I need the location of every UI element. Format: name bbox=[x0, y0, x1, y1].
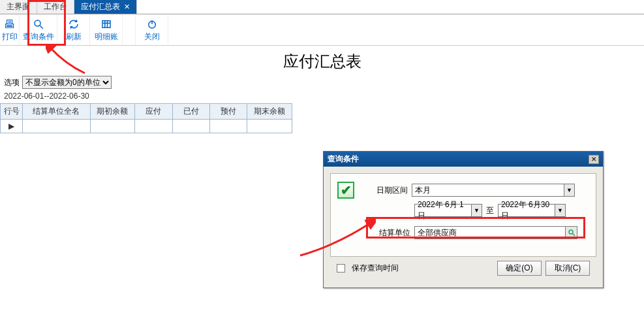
settlement-unit-label: 结算单位 bbox=[374, 227, 410, 239]
save-query-label: 保存查询时间 bbox=[352, 263, 399, 274]
col-unit-name[interactable]: 结算单位全名 bbox=[23, 104, 90, 120]
options-label: 选项 bbox=[4, 77, 20, 88]
detail-label: 明细账 bbox=[95, 31, 118, 42]
table-header-row: 行号 结算单位全名 期初余额 应付 已付 预付 期末余额 bbox=[1, 104, 292, 120]
options-row: 选项 不显示金额为0的单位 bbox=[0, 74, 644, 90]
dialog-title-text: 查询条件 bbox=[328, 154, 359, 165]
svg-line-1 bbox=[40, 25, 43, 29]
date-preset-combo[interactable]: 本月 ▼ bbox=[412, 184, 575, 197]
ledger-icon bbox=[100, 17, 112, 31]
settlement-unit-combo[interactable]: 全部供应商 bbox=[414, 226, 577, 239]
print-label: 打印 bbox=[2, 31, 18, 42]
refresh-label: 刷新 bbox=[66, 31, 82, 42]
printer-icon: 🖶 bbox=[4, 17, 16, 31]
dialog-inner-panel: ✔ 日期区间 本月 ▼ 2022年 6月 1日 ▼ 至 2022年 6月30日 … bbox=[330, 173, 596, 257]
table-row[interactable]: ▶ bbox=[1, 120, 292, 133]
close-button[interactable]: 关闭 bbox=[136, 14, 168, 45]
svg-point-8 bbox=[569, 230, 573, 234]
date-to-picker[interactable]: 2022年 6月30日 ▼ bbox=[498, 204, 566, 217]
col-ending-balance[interactable]: 期末余额 bbox=[247, 104, 292, 120]
save-query-checkbox[interactable] bbox=[337, 264, 345, 272]
dialog-footer: 保存查询时间 确定(O) 取消(C) bbox=[330, 257, 596, 281]
col-paid[interactable]: 已付 bbox=[172, 104, 209, 120]
toolbar: 🖶 打印 查询条件 刷新 明细账 关闭 bbox=[0, 14, 644, 46]
row-marker-icon: ▶ bbox=[1, 120, 23, 133]
date-from-picker[interactable]: 2022年 6月 1日 ▼ bbox=[414, 204, 482, 217]
date-range-text: 2022-06-01--2022-06-30 bbox=[0, 90, 644, 102]
col-prepaid[interactable]: 预付 bbox=[209, 104, 247, 120]
date-from-value: 2022年 6月 1日 bbox=[415, 199, 471, 222]
refresh-button[interactable]: 刷新 bbox=[57, 14, 90, 45]
col-payable[interactable]: 应付 bbox=[135, 104, 172, 120]
tab-payable-summary[interactable]: 应付汇总表 ✕ bbox=[74, 0, 137, 14]
ok-button[interactable]: 确定(O) bbox=[497, 261, 542, 276]
svg-rect-2 bbox=[102, 21, 110, 28]
chevron-down-icon[interactable]: ▼ bbox=[471, 205, 482, 216]
date-range-label: 日期区间 bbox=[371, 185, 408, 196]
summary-table: 行号 结算单位全名 期初余额 应付 已付 预付 期末余额 ▶ bbox=[0, 103, 292, 133]
refresh-icon bbox=[68, 17, 80, 31]
check-icon: ✔ bbox=[337, 182, 354, 199]
svg-point-0 bbox=[35, 20, 40, 26]
lookup-icon[interactable] bbox=[565, 227, 577, 239]
tab-bar: 主界面 工作台 应付汇总表 ✕ bbox=[0, 0, 644, 14]
page-title: 应付汇总表 bbox=[0, 46, 644, 74]
query-label: 查询条件 bbox=[23, 31, 54, 42]
tab-main[interactable]: 主界面 bbox=[0, 0, 37, 14]
dialog-close-button[interactable]: ✕ bbox=[589, 155, 599, 164]
chevron-down-icon[interactable]: ▼ bbox=[564, 184, 574, 196]
dialog-titlebar[interactable]: 查询条件 ✕ bbox=[324, 152, 603, 167]
tab-close-icon[interactable]: ✕ bbox=[124, 3, 130, 11]
tab-workbench[interactable]: 工作台 bbox=[37, 0, 74, 14]
date-preset-value: 本月 bbox=[412, 185, 564, 196]
date-to-value: 2022年 6月30日 bbox=[498, 199, 555, 222]
magnifier-icon bbox=[33, 17, 44, 31]
cancel-button[interactable]: 取消(C) bbox=[545, 261, 590, 276]
query-dialog: 查询条件 ✕ ✔ 日期区间 本月 ▼ 2022年 6月 1日 ▼ 至 2022年… bbox=[323, 151, 604, 288]
detail-ledger-button[interactable]: 明细账 bbox=[90, 14, 123, 45]
col-row-no[interactable]: 行号 bbox=[1, 104, 23, 120]
close-label: 关闭 bbox=[144, 31, 160, 42]
to-label: 至 bbox=[486, 205, 494, 216]
svg-line-9 bbox=[572, 234, 575, 237]
power-icon bbox=[146, 17, 158, 31]
settlement-unit-value: 全部供应商 bbox=[415, 227, 565, 239]
options-select[interactable]: 不显示金额为0的单位 bbox=[22, 76, 112, 89]
chevron-down-icon[interactable]: ▼ bbox=[555, 205, 565, 216]
print-button[interactable]: 🖶 打印 bbox=[0, 14, 20, 45]
query-conditions-button[interactable]: 查询条件 bbox=[20, 14, 57, 45]
col-opening-balance[interactable]: 期初余额 bbox=[90, 104, 135, 120]
